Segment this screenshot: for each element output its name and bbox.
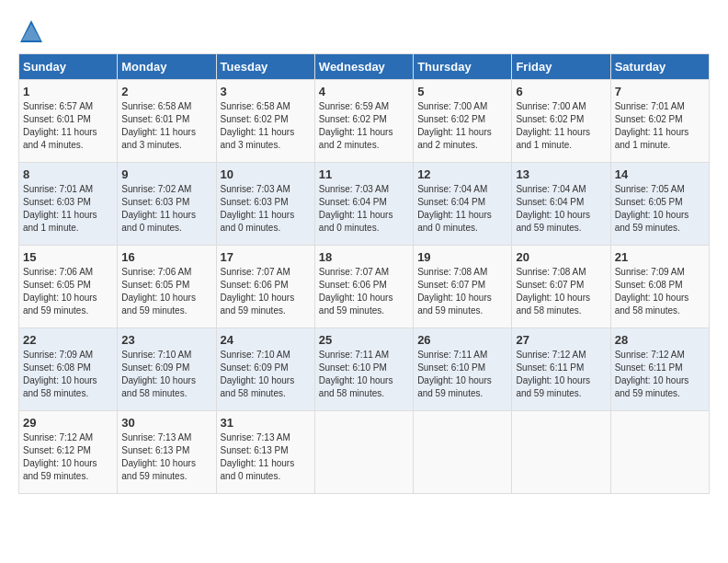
day-number: 10 (221, 167, 311, 181)
day-number: 31 (221, 416, 311, 430)
day-number: 20 (516, 250, 606, 264)
day-number: 22 (23, 333, 113, 347)
day-number: 14 (615, 167, 705, 181)
calendar-week-4: 22 Sunrise: 7:09 AM Sunset: 6:08 PM Dayl… (19, 328, 710, 411)
day-number: 5 (417, 85, 507, 98)
day-number: 3 (221, 85, 311, 98)
calendar-cell: 29 Sunrise: 7:12 AM Sunset: 6:12 PM Dayl… (19, 411, 118, 494)
calendar-cell: 9 Sunrise: 7:02 AM Sunset: 6:03 PM Dayli… (118, 163, 216, 246)
cell-content: Sunrise: 7:10 AM Sunset: 6:09 PM Dayligh… (121, 349, 211, 400)
cell-content: Sunrise: 7:00 AM Sunset: 6:02 PM Dayligh… (516, 100, 606, 152)
calendar-cell: 16 Sunrise: 7:06 AM Sunset: 6:05 PM Dayl… (118, 246, 216, 328)
calendar-cell: 17 Sunrise: 7:07 AM Sunset: 6:06 PM Dayl… (216, 246, 314, 328)
cell-content: Sunrise: 7:05 AM Sunset: 6:05 PM Dayligh… (615, 183, 705, 235)
calendar-cell: 21 Sunrise: 7:09 AM Sunset: 6:08 PM Dayl… (610, 246, 709, 328)
day-number: 6 (516, 85, 606, 98)
calendar-cell: 25 Sunrise: 7:11 AM Sunset: 6:10 PM Dayl… (314, 328, 413, 411)
cell-content: Sunrise: 7:04 AM Sunset: 6:04 PM Dayligh… (516, 183, 606, 235)
day-number: 28 (615, 333, 705, 347)
calendar-cell: 22 Sunrise: 7:09 AM Sunset: 6:08 PM Dayl… (19, 328, 118, 411)
calendar-cell: 30 Sunrise: 7:13 AM Sunset: 6:13 PM Dayl… (118, 411, 216, 494)
cell-content: Sunrise: 7:09 AM Sunset: 6:08 PM Dayligh… (23, 349, 113, 400)
calendar-cell: 4 Sunrise: 6:59 AM Sunset: 6:02 PM Dayli… (314, 80, 413, 163)
calendar-week-1: 1 Sunrise: 6:57 AM Sunset: 6:01 PM Dayli… (19, 80, 710, 163)
cell-content: Sunrise: 7:12 AM Sunset: 6:12 PM Dayligh… (23, 431, 113, 483)
calendar-cell: 18 Sunrise: 7:07 AM Sunset: 6:06 PM Dayl… (314, 246, 413, 328)
calendar-cell: 6 Sunrise: 7:00 AM Sunset: 6:02 PM Dayli… (512, 80, 610, 163)
logo-icon (18, 18, 44, 44)
day-number: 7 (615, 85, 705, 98)
day-header-friday: Friday (512, 54, 610, 80)
calendar-cell: 7 Sunrise: 7:01 AM Sunset: 6:02 PM Dayli… (610, 80, 709, 163)
day-number: 13 (516, 167, 606, 181)
day-header-wednesday: Wednesday (314, 54, 413, 80)
cell-content: Sunrise: 6:57 AM Sunset: 6:01 PM Dayligh… (23, 100, 113, 152)
day-number: 29 (23, 416, 113, 430)
calendar-cell: 10 Sunrise: 7:03 AM Sunset: 6:03 PM Dayl… (216, 163, 314, 246)
page-header (18, 18, 710, 44)
cell-content: Sunrise: 7:01 AM Sunset: 6:03 PM Dayligh… (23, 183, 113, 235)
cell-content: Sunrise: 7:13 AM Sunset: 6:13 PM Dayligh… (121, 431, 211, 483)
day-header-thursday: Thursday (414, 54, 512, 80)
cell-content: Sunrise: 7:10 AM Sunset: 6:09 PM Dayligh… (221, 349, 311, 400)
day-number: 16 (121, 250, 211, 264)
cell-content: Sunrise: 7:12 AM Sunset: 6:11 PM Dayligh… (516, 349, 606, 400)
calendar-cell (610, 411, 709, 494)
day-number: 4 (319, 85, 409, 98)
calendar-cell (512, 411, 610, 494)
cell-content: Sunrise: 7:07 AM Sunset: 6:06 PM Dayligh… (319, 266, 409, 317)
day-number: 1 (23, 85, 113, 98)
calendar-cell: 8 Sunrise: 7:01 AM Sunset: 6:03 PM Dayli… (19, 163, 118, 246)
day-number: 2 (121, 85, 211, 98)
calendar-cell: 31 Sunrise: 7:13 AM Sunset: 6:13 PM Dayl… (216, 411, 314, 494)
calendar-cell: 15 Sunrise: 7:06 AM Sunset: 6:05 PM Dayl… (19, 246, 118, 328)
day-number: 24 (221, 333, 311, 347)
svg-marker-1 (22, 24, 40, 40)
day-header-sunday: Sunday (19, 54, 118, 80)
cell-content: Sunrise: 7:02 AM Sunset: 6:03 PM Dayligh… (121, 183, 211, 235)
cell-content: Sunrise: 7:08 AM Sunset: 6:07 PM Dayligh… (516, 266, 606, 317)
day-number: 23 (121, 333, 211, 347)
day-number: 12 (417, 167, 507, 181)
day-number: 25 (319, 333, 409, 347)
calendar-week-5: 29 Sunrise: 7:12 AM Sunset: 6:12 PM Dayl… (19, 411, 710, 494)
day-number: 9 (121, 167, 211, 181)
day-number: 15 (23, 250, 113, 264)
calendar-cell: 13 Sunrise: 7:04 AM Sunset: 6:04 PM Dayl… (512, 163, 610, 246)
calendar-cell (314, 411, 413, 494)
cell-content: Sunrise: 7:11 AM Sunset: 6:10 PM Dayligh… (417, 349, 507, 400)
cell-content: Sunrise: 7:01 AM Sunset: 6:02 PM Dayligh… (615, 100, 705, 152)
cell-content: Sunrise: 7:03 AM Sunset: 6:03 PM Dayligh… (221, 183, 311, 235)
day-number: 8 (23, 167, 113, 181)
day-number: 26 (417, 333, 507, 347)
calendar-cell: 5 Sunrise: 7:00 AM Sunset: 6:02 PM Dayli… (414, 80, 512, 163)
calendar-cell: 28 Sunrise: 7:12 AM Sunset: 6:11 PM Dayl… (610, 328, 709, 411)
calendar-table: SundayMondayTuesdayWednesdayThursdayFrid… (18, 53, 710, 494)
day-number: 30 (121, 416, 211, 430)
cell-content: Sunrise: 6:58 AM Sunset: 6:01 PM Dayligh… (121, 100, 211, 152)
day-number: 21 (615, 250, 705, 264)
cell-content: Sunrise: 7:13 AM Sunset: 6:13 PM Dayligh… (221, 431, 311, 483)
day-number: 18 (319, 250, 409, 264)
day-header-monday: Monday (118, 54, 216, 80)
cell-content: Sunrise: 7:00 AM Sunset: 6:02 PM Dayligh… (417, 100, 507, 152)
cell-content: Sunrise: 7:03 AM Sunset: 6:04 PM Dayligh… (319, 183, 409, 235)
calendar-week-3: 15 Sunrise: 7:06 AM Sunset: 6:05 PM Dayl… (19, 246, 710, 328)
day-number: 11 (319, 167, 409, 181)
calendar-cell: 2 Sunrise: 6:58 AM Sunset: 6:01 PM Dayli… (118, 80, 216, 163)
cell-content: Sunrise: 7:12 AM Sunset: 6:11 PM Dayligh… (615, 349, 705, 400)
cell-content: Sunrise: 7:09 AM Sunset: 6:08 PM Dayligh… (615, 266, 705, 317)
day-header-tuesday: Tuesday (216, 54, 314, 80)
cell-content: Sunrise: 7:06 AM Sunset: 6:05 PM Dayligh… (23, 266, 113, 317)
day-number: 27 (516, 333, 606, 347)
calendar-cell: 24 Sunrise: 7:10 AM Sunset: 6:09 PM Dayl… (216, 328, 314, 411)
calendar-cell: 14 Sunrise: 7:05 AM Sunset: 6:05 PM Dayl… (610, 163, 709, 246)
calendar-cell: 11 Sunrise: 7:03 AM Sunset: 6:04 PM Dayl… (314, 163, 413, 246)
cell-content: Sunrise: 6:59 AM Sunset: 6:02 PM Dayligh… (319, 100, 409, 152)
day-number: 19 (417, 250, 507, 264)
day-number: 17 (221, 250, 311, 264)
day-header-saturday: Saturday (610, 54, 709, 80)
calendar-cell: 1 Sunrise: 6:57 AM Sunset: 6:01 PM Dayli… (19, 80, 118, 163)
cell-content: Sunrise: 7:11 AM Sunset: 6:10 PM Dayligh… (319, 349, 409, 400)
calendar-cell: 23 Sunrise: 7:10 AM Sunset: 6:09 PM Dayl… (118, 328, 216, 411)
